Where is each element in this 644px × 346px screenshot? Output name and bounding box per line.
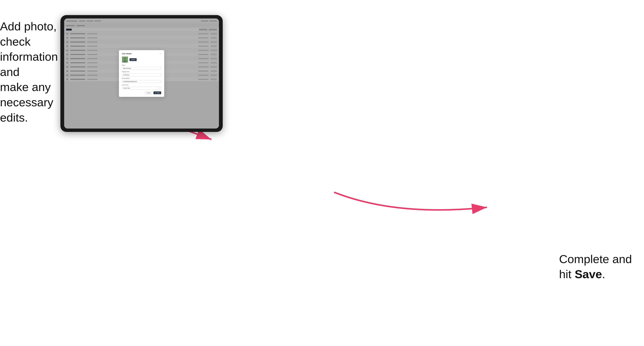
display-name-label: Display name: [122, 71, 161, 72]
school-year-select-wrap: × ⌄: [122, 86, 161, 90]
modal-header: User details ×: [122, 53, 161, 55]
name-field-group: Name: [122, 64, 161, 70]
svg-point-3: [124, 58, 126, 60]
display-name-field-group: Display name: [122, 71, 161, 76]
save-icon: ⬆: [155, 92, 156, 94]
upload-photo-button[interactable]: Upload: [130, 58, 137, 61]
email-input[interactable]: [122, 80, 161, 83]
modal-title: User details: [122, 53, 132, 55]
modal-overlay: User details × Upload: [64, 18, 219, 129]
name-input[interactable]: [122, 67, 161, 70]
save-button[interactable]: ⬆ Save: [154, 91, 161, 94]
user-photo: [122, 56, 128, 63]
school-year-input[interactable]: [122, 87, 161, 90]
name-label: Name: [122, 64, 161, 66]
user-details-modal: User details × Upload: [119, 50, 164, 97]
photo-section: Upload: [122, 56, 161, 63]
save-label: Save: [157, 92, 160, 93]
annotation-left-text: Add photo, check information and make an…: [0, 20, 58, 124]
display-name-input[interactable]: [122, 73, 161, 76]
tablet-device: /: [60, 15, 223, 132]
school-year-label: School Year: [122, 84, 161, 86]
modal-actions: Cancel ⬆ Save: [122, 91, 161, 94]
close-icon[interactable]: ×: [159, 53, 161, 55]
select-icons: × ⌄: [158, 87, 160, 88]
annotation-right: Complete and hit Save.: [559, 252, 638, 282]
cancel-button[interactable]: Cancel: [145, 91, 152, 94]
annotation-right-line2: hit Save.: [559, 268, 605, 281]
select-clear-icon[interactable]: ×: [158, 87, 159, 88]
school-year-field-group: School Year × ⌄: [122, 84, 161, 90]
email-label: Email address: [122, 78, 161, 79]
chevron-down-icon[interactable]: ⌄: [160, 87, 160, 88]
email-field-group: Email address: [122, 78, 161, 83]
annotation-right-line1: Complete and: [559, 253, 632, 266]
tablet-screen: /: [64, 18, 219, 129]
